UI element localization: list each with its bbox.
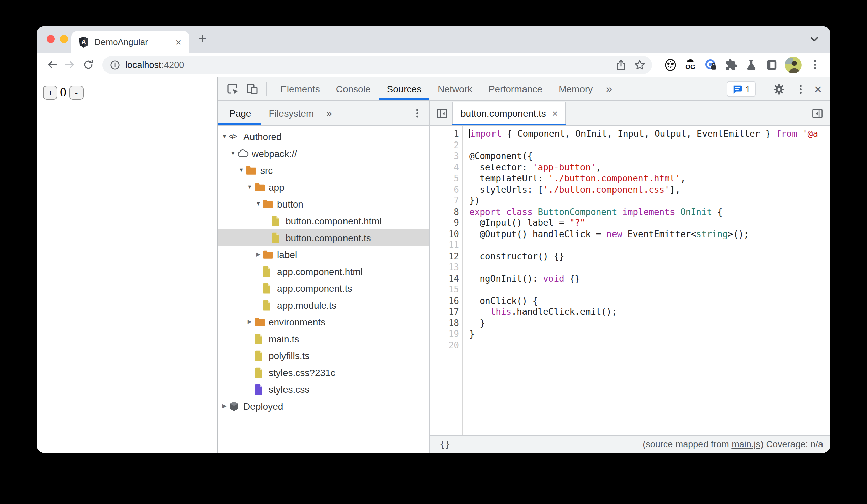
forward-button-icon[interactable]	[63, 58, 77, 72]
devtools-menu-dots-icon[interactable]	[794, 82, 808, 96]
line-number-15[interactable]: 15	[430, 284, 462, 295]
editor-tab-button-component-ts[interactable]: button.component.ts ×	[452, 101, 566, 125]
devtools-tab-performance[interactable]: Performance	[480, 77, 550, 100]
inspect-element-icon[interactable]	[226, 82, 239, 96]
increment-button[interactable]: +	[43, 85, 57, 99]
line-number-12[interactable]: 12	[430, 251, 462, 262]
code-line-8[interactable]: export class ButtonComponent implements …	[469, 207, 830, 218]
tree-caret-icon[interactable]: ▼	[254, 201, 262, 207]
tree-item-app-module-ts[interactable]: app.module.ts	[218, 296, 429, 313]
onepassword-extension-icon[interactable]	[704, 58, 717, 72]
devtools-tab-sources[interactable]: Sources	[378, 77, 429, 100]
code-line-11[interactable]	[469, 240, 830, 251]
code-line-14[interactable]: ngOnInit(): void {}	[469, 273, 830, 284]
code-lines[interactable]: import { Component, OnInit, Input, Outpu…	[463, 126, 830, 435]
traffic-light-minimize-button[interactable]	[60, 35, 68, 43]
tree-item-app[interactable]: ▼app	[218, 178, 429, 195]
browser-tab-demoangular[interactable]: A DemoAngular ×	[72, 31, 190, 53]
url-text[interactable]: localhost:4200	[125, 59, 609, 70]
bookmark-star-icon[interactable]	[633, 58, 646, 72]
tree-caret-icon[interactable]: ▼	[246, 184, 254, 190]
line-number-3[interactable]: 3	[430, 151, 462, 162]
tree-caret-icon[interactable]: ▼	[237, 167, 245, 173]
line-number-14[interactable]: 14	[430, 273, 462, 284]
back-button-icon[interactable]	[45, 58, 58, 72]
tree-item-app-component-ts[interactable]: app.component.ts	[218, 280, 429, 296]
line-number-17[interactable]: 17	[430, 307, 462, 318]
toggle-navigator-panel-icon[interactable]	[436, 108, 448, 119]
address-bar[interactable]: localhost:4200	[103, 56, 652, 74]
devtools-tab-network[interactable]: Network	[429, 77, 480, 100]
tree-caret-icon[interactable]: ▼	[229, 150, 237, 156]
code-line-16[interactable]: onClick() {	[469, 295, 830, 307]
code-line-18[interactable]: }	[469, 318, 830, 329]
tree-item-styles-css-231c[interactable]: styles.css?231c	[218, 364, 429, 381]
tree-item-label[interactable]: ▶label	[218, 246, 429, 263]
devtools-close-icon[interactable]: ×	[814, 83, 822, 95]
extensions-puzzle-icon[interactable]	[724, 58, 738, 72]
line-number-20[interactable]: 20	[430, 340, 462, 351]
tree-item-authored[interactable]: ▼</>Authored	[218, 128, 429, 145]
profile-avatar[interactable]	[785, 56, 802, 73]
tree-caret-icon[interactable]: ▶	[254, 251, 262, 258]
code-line-13[interactable]	[469, 262, 830, 273]
tree-item-deployed[interactable]: ▶Deployed	[218, 397, 429, 414]
devtools-settings-gear-icon[interactable]	[773, 82, 786, 96]
line-number-7[interactable]: 7	[430, 195, 462, 207]
new-tab-button[interactable]: +	[193, 30, 211, 47]
code-line-2[interactable]	[469, 140, 830, 151]
toggle-debugger-panel-icon[interactable]	[812, 108, 823, 119]
tree-item-polyfills-ts[interactable]: polyfills.ts	[218, 347, 429, 364]
issues-counter-button[interactable]: 1	[726, 81, 756, 97]
device-toolbar-icon[interactable]	[245, 82, 259, 96]
decrement-button[interactable]: -	[69, 85, 83, 99]
tree-caret-icon[interactable]: ▶	[246, 319, 254, 325]
line-number-18[interactable]: 18	[430, 318, 462, 329]
tree-caret-icon[interactable]: ▼	[221, 133, 228, 140]
devtools-tab-memory[interactable]: Memory	[550, 77, 601, 100]
code-line-5[interactable]: templateUrl: './button.component.html',	[469, 173, 830, 184]
devtools-tab-elements[interactable]: Elements	[272, 77, 328, 100]
og-incognito-extension-icon[interactable]: OG	[684, 58, 697, 72]
traffic-light-close-button[interactable]	[46, 35, 55, 43]
browser-menu-dots-icon[interactable]	[809, 58, 822, 72]
tree-item-src[interactable]: ▼src	[218, 162, 429, 178]
code-line-7[interactable]: })	[469, 195, 830, 207]
tree-caret-icon[interactable]: ▶	[221, 403, 228, 409]
flask-extension-icon[interactable]	[744, 58, 758, 72]
navigator-more-chevron[interactable]: »	[322, 107, 336, 119]
tree-item-button-component-ts[interactable]: button.component.ts	[218, 229, 429, 246]
line-number-1[interactable]: 1	[430, 129, 462, 140]
line-number-10[interactable]: 10	[430, 229, 462, 240]
tree-item-styles-css[interactable]: styles.css	[218, 381, 429, 397]
tree-item-button[interactable]: ▼button	[218, 195, 429, 212]
code-editor[interactable]: 1234567891011121314151617181920 import {…	[430, 126, 830, 435]
source-map-link[interactable]: main.js	[731, 439, 760, 449]
line-number-8[interactable]: 8	[430, 207, 462, 218]
line-number-2[interactable]: 2	[430, 140, 462, 151]
reading-panel-extension-icon[interactable]	[764, 58, 778, 72]
site-info-icon[interactable]	[109, 59, 121, 70]
editor-tab-close-icon[interactable]: ×	[552, 108, 558, 119]
line-number-5[interactable]: 5	[430, 173, 462, 184]
code-line-19[interactable]: }	[469, 329, 830, 340]
navigator-menu-dots-icon[interactable]	[412, 108, 423, 119]
tree-item-environments[interactable]: ▶environments	[218, 313, 429, 330]
tree-item-app-component-html[interactable]: app.component.html	[218, 263, 429, 280]
tab-close-icon[interactable]: ×	[174, 37, 183, 47]
line-number-9[interactable]: 9	[430, 218, 462, 229]
code-line-9[interactable]: @Input() label = "?"	[469, 218, 830, 229]
code-line-12[interactable]: constructor() {}	[469, 251, 830, 262]
reload-button-icon[interactable]	[82, 58, 95, 72]
code-line-10[interactable]: @Output() handleClick = new EventEmitter…	[469, 229, 830, 240]
more-panels-chevron[interactable]: »	[601, 83, 618, 95]
code-line-4[interactable]: selector: 'app-button',	[469, 162, 830, 173]
navigator-tab-page[interactable]: Page	[218, 101, 260, 125]
pretty-print-button[interactable]: {}	[430, 439, 450, 449]
line-number-16[interactable]: 16	[430, 295, 462, 307]
tree-item-main-ts[interactable]: main.ts	[218, 330, 429, 347]
code-line-3[interactable]: @Component({	[469, 151, 830, 162]
line-number-gutter[interactable]: 1234567891011121314151617181920	[430, 126, 463, 435]
line-number-19[interactable]: 19	[430, 329, 462, 340]
mask-extension-icon[interactable]	[663, 58, 677, 72]
